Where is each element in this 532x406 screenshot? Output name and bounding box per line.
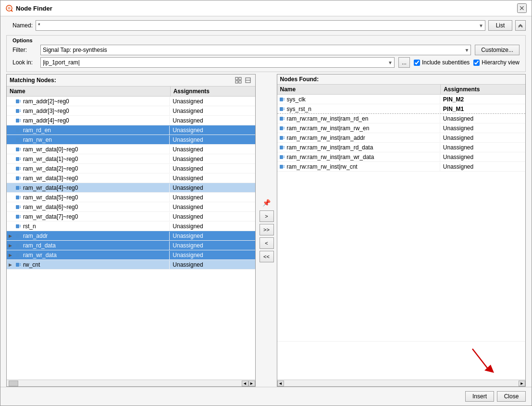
filter-dropdown-wrapper: Signal Tap: pre-synthesis ▼ xyxy=(40,45,471,55)
matching-node-row[interactable]: ▶ram_addrUnassigned xyxy=(7,231,255,241)
expand-all-icon[interactable] xyxy=(234,76,243,85)
expand-arrow-icon[interactable]: ▶ xyxy=(9,234,13,238)
add-all-button[interactable]: >> xyxy=(260,224,274,235)
found-right-scroll-btn[interactable]: ► xyxy=(519,381,525,386)
named-row-area: Named: * ▼ List xyxy=(0,16,532,35)
expand-arrow-icon[interactable]: ▶ xyxy=(9,243,13,248)
list-button[interactable]: List xyxy=(488,20,512,31)
right-scroll-btn[interactable]: ► xyxy=(248,381,255,386)
signal-icon xyxy=(15,166,21,172)
found-node-name-text: ram_rw:ram_rw_inst|rw_cnt xyxy=(287,163,358,170)
found-node-row[interactable]: ram_rw:ram_rw_inst|ram_addrUnassigned xyxy=(277,133,526,143)
matching-node-row[interactable]: ram_wr_data[5]~reg0Unassigned xyxy=(7,193,255,202)
found-node-name-text: ram_rw:ram_rw_inst|ram_rw_en xyxy=(287,125,370,132)
matching-node-row[interactable]: ▶rw_cntUnassigned xyxy=(7,260,255,270)
matching-node-row[interactable]: ram_rd_enUnassigned xyxy=(7,125,255,135)
insert-button[interactable]: Insert xyxy=(465,391,494,402)
matching-node-row[interactable]: ram_rw_enUnassigned xyxy=(7,135,255,145)
matching-node-assign: Unassigned xyxy=(170,212,255,221)
svg-rect-5 xyxy=(235,81,238,83)
matching-node-name: ram_addr[3]~reg0 xyxy=(7,107,170,115)
matching-nodes-table-body[interactable]: ram_addr[2]~reg0Unassignedram_addr[3]~re… xyxy=(7,97,255,380)
collapse-all-icon[interactable] xyxy=(244,76,252,85)
svg-rect-3 xyxy=(235,77,238,80)
matching-node-row[interactable]: ram_wr_data[7]~reg0Unassigned xyxy=(7,212,255,221)
signal-icon xyxy=(15,233,21,239)
matching-node-row[interactable]: ram_wr_data[3]~reg0Unassigned xyxy=(7,173,255,183)
filter-select[interactable]: Signal Tap: pre-synthesis xyxy=(40,45,471,55)
expand-arrow-icon[interactable]: ▶ xyxy=(9,262,13,267)
found-signal-icon xyxy=(279,125,285,131)
matching-node-assign: Unassigned xyxy=(170,222,255,231)
matching-node-name-text: rw_cnt xyxy=(23,261,40,268)
matching-nodes-hscrollbar[interactable]: ◄ ► xyxy=(7,380,255,386)
matching-nodes-header: Matching Nodes: xyxy=(10,77,56,84)
matching-node-name-text: ram_wr_data[0]~reg0 xyxy=(23,146,78,153)
svg-rect-12 xyxy=(16,109,19,113)
hierarchy-view-checkbox[interactable] xyxy=(473,60,480,66)
dots-button[interactable]: ... xyxy=(398,57,410,68)
close-icon-button[interactable]: ✕ xyxy=(517,3,527,13)
footer: Insert Close xyxy=(0,387,532,406)
svg-rect-51 xyxy=(16,234,19,238)
matching-node-name: ▶rw_cnt xyxy=(7,260,170,269)
node-finder-icon xyxy=(5,4,13,12)
svg-rect-33 xyxy=(16,176,19,180)
nodes-found-hscrollbar[interactable]: ◄ ► xyxy=(277,380,526,386)
signal-icon xyxy=(15,195,21,200)
matching-node-name: ram_addr[2]~reg0 xyxy=(7,97,170,106)
found-node-row[interactable]: ram_rw:ram_rw_inst|ram_wr_dataUnassigned xyxy=(277,152,526,162)
matching-node-name: ram_wr_data[2]~reg0 xyxy=(7,164,170,173)
found-assign-col-header: Assignments xyxy=(441,85,525,94)
found-node-name: ram_rw:ram_rw_inst|ram_addr xyxy=(277,134,440,142)
main-area: Matching Nodes: Name Assignments ram_add… xyxy=(0,74,532,387)
expand-arrow-icon[interactable]: ▶ xyxy=(9,253,13,258)
matching-node-name-text: ram_addr[4]~reg0 xyxy=(23,117,69,124)
found-node-assign: Unassigned xyxy=(440,134,525,142)
left-scroll-btn[interactable]: ◄ xyxy=(242,381,248,386)
found-left-scroll-btn[interactable]: ◄ xyxy=(277,381,284,386)
include-subentities-checkbox[interactable] xyxy=(414,60,420,66)
remove-all-button[interactable]: << xyxy=(260,251,274,262)
named-input[interactable]: * xyxy=(36,20,485,31)
dialog-title: Node Finder xyxy=(16,5,52,12)
svg-rect-45 xyxy=(16,215,19,219)
found-node-assign: Unassigned xyxy=(440,124,525,133)
signal-icon xyxy=(15,243,21,248)
matching-node-name-text: rst_n xyxy=(23,223,36,230)
matching-node-row[interactable]: ram_wr_data[1]~reg0Unassigned xyxy=(7,154,255,164)
matching-node-row[interactable]: ram_addr[2]~reg0Unassigned xyxy=(7,97,255,106)
found-node-row[interactable]: ram_rw:ram_rw_inst|ram_rd_dataUnassigned xyxy=(277,143,526,152)
close-button[interactable]: Close xyxy=(497,391,526,402)
matching-node-name-text: ram_rd_data xyxy=(23,242,56,249)
matching-node-row[interactable]: ram_wr_data[4]~reg0Unassigned xyxy=(7,183,255,193)
found-node-name: ram_rw:ram_rw_inst|ram_wr_data xyxy=(277,153,440,161)
matching-node-assign: Unassigned xyxy=(170,260,255,269)
matching-node-row[interactable]: ram_addr[3]~reg0Unassigned xyxy=(7,106,255,116)
up-button[interactable] xyxy=(515,20,526,31)
found-node-row[interactable]: ram_rw:ram_rw_inst|ram_rd_enUnassigned xyxy=(277,114,526,123)
signal-icon xyxy=(15,147,21,152)
matching-node-row[interactable]: ram_wr_data[2]~reg0Unassigned xyxy=(7,164,255,173)
svg-rect-6 xyxy=(239,81,241,83)
matching-node-assign: Unassigned xyxy=(170,174,255,183)
matching-node-row[interactable]: ram_addr[4]~reg0Unassigned xyxy=(7,116,255,125)
found-node-row[interactable]: ram_rw:ram_rw_inst|rw_cntUnassigned xyxy=(277,162,526,172)
remove-selected-button[interactable]: < xyxy=(260,237,274,249)
found-node-row[interactable]: ram_rw:ram_rw_inst|ram_rw_enUnassigned xyxy=(277,123,526,133)
lookin-select[interactable]: |ip_1port_ram| xyxy=(40,57,395,68)
svg-line-87 xyxy=(472,349,489,370)
matching-node-row[interactable]: ram_wr_data[6]~reg0Unassigned xyxy=(7,202,255,212)
matching-node-row[interactable]: ram_wr_data[0]~reg0Unassigned xyxy=(7,145,255,154)
nodes-found-table-body[interactable]: sys_clkPIN_M2sys_rst_nPIN_M1ram_rw:ram_r… xyxy=(277,95,526,341)
matching-node-row[interactable]: ▶ram_rd_dataUnassigned xyxy=(7,241,255,250)
matching-node-row[interactable]: ▶ram_wr_dataUnassigned xyxy=(7,250,255,260)
found-node-row[interactable]: sys_rst_nPIN_M1 xyxy=(277,104,526,114)
found-node-row[interactable]: sys_clkPIN_M2 xyxy=(277,95,526,104)
matching-node-row[interactable]: rst_nUnassigned xyxy=(7,221,255,231)
add-selected-button[interactable]: > xyxy=(260,210,274,222)
svg-rect-30 xyxy=(16,167,19,171)
svg-rect-48 xyxy=(16,224,19,228)
customize-button[interactable]: Customize... xyxy=(475,45,520,55)
found-node-name: ram_rw:ram_rw_inst|ram_rw_en xyxy=(277,124,440,133)
